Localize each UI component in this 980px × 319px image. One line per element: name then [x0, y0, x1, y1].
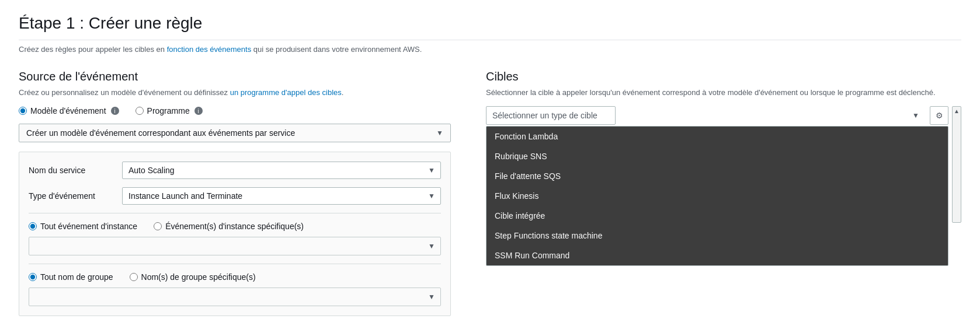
event-model-dropdown-arrow: ▼ [436, 129, 443, 137]
event-type-select[interactable]: Instance Launch and Terminate [122, 187, 441, 205]
group-all-text: Tout nom de groupe [40, 272, 113, 282]
instance-all-text: Tout événement d'instance [40, 222, 137, 231]
form-separator-1 [29, 213, 441, 213]
group-all-label[interactable]: Tout nom de groupe [29, 272, 113, 282]
menu-item-built-in[interactable]: Cible intégrée [486, 206, 948, 226]
radio-instance-specific[interactable] [154, 222, 162, 230]
form-separator-2 [29, 264, 441, 264]
radio-group-specific[interactable] [130, 273, 138, 281]
radio-schedule-text: Programme [147, 106, 190, 115]
instance-all-label[interactable]: Tout événement d'instance [29, 222, 137, 231]
group-specific-text: Nom(s) de groupe spécifique(s) [141, 272, 256, 282]
service-label: Nom du service [29, 166, 122, 175]
event-type-select-wrap: Instance Launch and Terminate ▼ [122, 187, 441, 205]
service-row: Nom du service Auto Scaling ▼ [29, 162, 441, 179]
target-select-row: Sélectionner un type de cible ▼ ⚙ [486, 106, 948, 125]
scroll-up-arrow[interactable]: ▲ [954, 108, 960, 114]
group-name-select-wrap: ▼ [29, 288, 441, 306]
instance-specific-label[interactable]: Événement(s) d'instance spécifique(s) [154, 222, 304, 231]
left-panel: Source de l'événement Créez ou personnal… [19, 70, 451, 316]
targets-content: Sélectionner un type de cible ▼ ⚙ Foncti… [486, 106, 961, 266]
targets-scrollbar[interactable]: ▲ [952, 106, 961, 223]
menu-item-ssm[interactable]: SSM Run Command [486, 246, 948, 265]
radio-instance-all[interactable] [29, 222, 37, 230]
target-select-wrap: Sélectionner un type de cible ▼ [486, 106, 925, 125]
radio-schedule-label[interactable]: Programme i [135, 106, 203, 115]
group-name-radio-group: Tout nom de groupe Nom(s) de groupe spéc… [29, 272, 441, 282]
radio-event-text: Modèle d'événement [30, 106, 106, 115]
menu-item-lambda[interactable]: Fonction Lambda [486, 127, 948, 146]
event-form: Nom du service Auto Scaling ▼ Type d'évé… [19, 152, 451, 316]
targets-section-title: Cibles [486, 70, 961, 83]
menu-item-sns[interactable]: Rubrique SNS [486, 146, 948, 166]
radio-event[interactable] [19, 107, 27, 115]
radio-event-label[interactable]: Modèle d'événement i [19, 106, 119, 115]
event-type-row: Type d'événement Instance Launch and Ter… [29, 187, 441, 205]
menu-item-sqs[interactable]: File d'attente SQS [486, 166, 948, 186]
instance-specific-text: Événement(s) d'instance spécifique(s) [165, 222, 304, 231]
page-subtitle: Créez des règles pour appeler les cibles… [19, 45, 961, 54]
radio-schedule[interactable] [135, 107, 144, 115]
radio-group-all[interactable] [29, 273, 37, 281]
group-specific-label[interactable]: Nom(s) de groupe spécifique(s) [130, 272, 256, 282]
service-select[interactable]: Auto Scaling [122, 162, 441, 179]
instance-event-radio-group: Tout événement d'instance Événement(s) d… [29, 222, 441, 231]
event-model-dropdown[interactable]: Créer un modèle d'événement correspondan… [19, 124, 451, 142]
source-type-radio-group: Modèle d'événement i Programme i [19, 106, 451, 115]
gear-button[interactable]: ⚙ [930, 106, 948, 125]
targets-section-desc: Sélectionner la cible à appeler lorsqu'u… [486, 88, 961, 97]
group-name-select[interactable] [29, 288, 441, 306]
menu-item-kinesis[interactable]: Flux Kinesis [486, 186, 948, 206]
instance-event-select-wrap: ▼ [29, 237, 441, 255]
right-panel: Cibles Sélectionner la cible à appeler l… [486, 70, 961, 316]
event-type-label: Type d'événement [29, 191, 122, 201]
menu-item-step-functions[interactable]: Step Functions state machine [486, 226, 948, 246]
event-info-icon[interactable]: i [111, 107, 119, 115]
source-section-title: Source de l'événement [19, 70, 451, 83]
page-title: Étape 1 : Créer une règle [19, 14, 961, 40]
service-select-wrap: Auto Scaling ▼ [122, 162, 441, 179]
schedule-info-icon[interactable]: i [194, 107, 203, 115]
target-select-arrow: ▼ [912, 111, 919, 120]
source-section-desc: Créez ou personnalisez un modèle d'événe… [19, 88, 451, 97]
event-model-dropdown-label: Créer un modèle d'événement correspondan… [26, 128, 295, 138]
instance-event-select[interactable] [29, 237, 441, 255]
target-type-select[interactable]: Sélectionner un type de cible [486, 106, 616, 125]
targets-main: Sélectionner un type de cible ▼ ⚙ Foncti… [486, 106, 948, 266]
target-type-dropdown-menu: Fonction Lambda Rubrique SNS File d'atte… [486, 126, 948, 266]
